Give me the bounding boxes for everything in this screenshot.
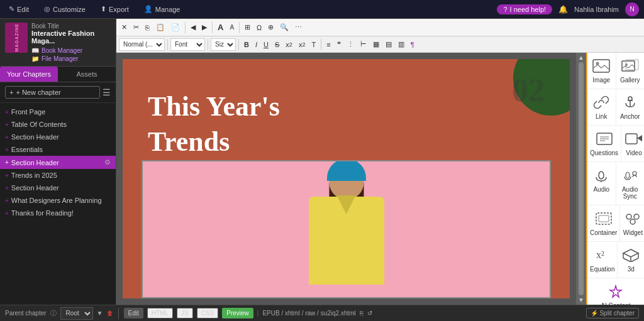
table-button[interactable]: ⊞ — [242, 22, 253, 33]
search-button[interactable]: 🔍 — [277, 22, 291, 33]
svg-text:x²: x² — [596, 249, 604, 260]
link-panel-item[interactable]: Link — [587, 89, 616, 126]
text-format-button[interactable]: T — [309, 40, 319, 50]
chapter-table-of-contents[interactable]: + Table Of Contents — [0, 118, 116, 131]
video-label: Video — [626, 150, 641, 156]
file-manager-button[interactable]: 📁 File Manager — [31, 55, 111, 62]
tab-assets[interactable]: Assets — [58, 67, 116, 82]
person-figure — [290, 165, 403, 297]
justify-button[interactable]: ▥ — [396, 39, 407, 50]
chapter-label: Section Header — [11, 133, 59, 141]
gallery-panel-item[interactable]: Gallery — [616, 53, 645, 89]
audio-panel-item[interactable]: Audio — [587, 162, 616, 205]
more-button[interactable]: ⋯ — [292, 22, 304, 33]
align-right-button[interactable]: ▤ — [383, 39, 394, 50]
block-quote-button[interactable]: ❝ — [335, 39, 343, 50]
indent-button[interactable]: ⊢ — [358, 39, 369, 50]
italic-button[interactable]: I — [253, 40, 260, 50]
audio-sync-panel-item[interactable]: Audio Sync — [616, 162, 645, 205]
canvas-scrollbar[interactable]: ▲ ▼ — [576, 53, 586, 305]
equation-panel-item[interactable]: x² Equation — [587, 242, 618, 278]
scroll-down-button[interactable]: ▼ — [578, 297, 584, 303]
chapter-section-header-active[interactable]: + Section Header ⚙ — [0, 156, 116, 169]
scroll-thumb[interactable] — [579, 62, 584, 295]
js-button[interactable]: JS — [177, 308, 193, 318]
container-label: Container — [590, 229, 617, 236]
preview-button[interactable]: Preview — [222, 308, 253, 318]
book-info-panel: MAGAZINE Book Title Interactive Fashion … — [0, 19, 116, 67]
ai-content-panel-item[interactable]: AI Content — [587, 278, 644, 305]
photo-container[interactable]: ↔ ⚙ ✎ ✕ — [142, 160, 551, 298]
export-button[interactable]: ⬆ Export — [97, 4, 133, 14]
chapter-section-header-1[interactable]: + Section Header — [0, 131, 116, 143]
user-avatar: N — [625, 3, 639, 16]
bell-icon[interactable]: 🔔 — [558, 5, 568, 14]
book-manager-button[interactable]: 📖 Book Manager — [31, 47, 111, 54]
undo-button[interactable]: ✕ — [119, 22, 130, 33]
scroll-up-button[interactable]: ▲ — [578, 54, 584, 61]
root-select[interactable]: Root — [60, 307, 93, 320]
list-ol-button[interactable]: ⋮ — [345, 39, 357, 50]
epub-refresh-icon[interactable]: ↺ — [367, 310, 372, 317]
link-label: Link — [596, 113, 607, 120]
font-select[interactable]: Font — [170, 38, 205, 51]
chapter-settings-icon[interactable]: ⚙ — [104, 158, 111, 166]
tab-your-chapters[interactable]: Your Chapters — [0, 67, 58, 82]
align-center-button[interactable]: ▦ — [370, 39, 382, 50]
superscript-button[interactable]: x2 — [296, 40, 308, 50]
epub-copy-icon[interactable]: ⎘ — [360, 310, 364, 317]
help-button[interactable]: ? I need help! — [497, 4, 552, 14]
special-char-button[interactable]: Ω — [254, 23, 264, 33]
css-button[interactable]: CSS — [197, 308, 219, 318]
html-button[interactable]: HTML — [147, 308, 173, 318]
copy-button[interactable]: ⎘ — [143, 23, 152, 33]
editor-area: ✕ ✂ ⎘ 📋 📄 ◀ ▶ A A ⊞ Ω ⊕ 🔍 ⋯ Normal (... — [116, 19, 644, 305]
bold-button[interactable]: B — [242, 40, 252, 50]
font-size-up[interactable]: A — [215, 21, 226, 33]
underline-button[interactable]: U — [261, 40, 271, 50]
panel-row-1: Image Gallery — [587, 53, 644, 89]
widget-panel-item[interactable]: Widget — [620, 205, 644, 242]
image-panel-item[interactable]: Image — [587, 53, 616, 89]
format-select[interactable]: Normal (... — [119, 38, 165, 51]
chapter-thanks[interactable]: + Thanks for Reading! — [0, 207, 116, 219]
edit-button[interactable]: ✎ Edit — [5, 4, 33, 14]
split-chapter-button[interactable]: ⚡ Split chapter — [586, 308, 639, 318]
red-delete-icon[interactable]: 🗑 — [107, 310, 113, 317]
subscript-button[interactable]: x2 — [283, 40, 295, 50]
chapter-front-page[interactable]: + Front Page — [0, 106, 116, 118]
edit-mode-button[interactable]: Edit — [124, 308, 143, 318]
toolbar-separator-3 — [239, 22, 240, 33]
book-title-value: Interactive Fashion Maga... — [31, 30, 111, 45]
rtl-button[interactable]: ¶ — [408, 40, 417, 50]
3d-panel-item[interactable]: 3d — [618, 242, 644, 278]
anchor-panel-item[interactable]: Anchor — [616, 89, 645, 126]
nav-forward[interactable]: ▶ — [199, 22, 209, 33]
container-panel-item[interactable]: Container — [587, 205, 620, 242]
paste-button[interactable]: 📋 — [153, 22, 167, 33]
bottom-bar: Parent chapter ⓘ Root ▼ 🗑 Edit HTML JS C… — [0, 305, 644, 321]
canvas-wrapper[interactable]: 02 This Year's Trends ↔ ⚙ ✎ ✕ — [116, 53, 586, 305]
insert-button[interactable]: ⊕ — [265, 22, 276, 33]
align-left-button[interactable]: ≡ — [324, 40, 333, 50]
paste-special-button[interactable]: 📄 — [169, 22, 182, 33]
chapter-trends-2025[interactable]: + Trends in 2025 — [0, 169, 116, 182]
link-icon — [591, 94, 611, 111]
size-select[interactable]: Size — [211, 38, 236, 51]
cut-button[interactable]: ✂ — [131, 22, 142, 33]
gallery-icon — [620, 58, 640, 74]
chapter-what-designers[interactable]: + What Designers Are Planning — [0, 194, 116, 207]
nav-back[interactable]: ◀ — [188, 22, 198, 33]
strikethrough-button[interactable]: S — [272, 40, 282, 50]
font-size-down[interactable]: A — [227, 23, 236, 32]
questions-panel-item[interactable]: Questions — [587, 126, 621, 162]
top-bar: ✎ Edit ◎ Customize ⬆ Export 👤 Manage ? I… — [0, 0, 644, 19]
video-panel-item[interactable]: Video — [621, 126, 644, 162]
chapters-menu-icon[interactable]: ☰ — [103, 87, 111, 97]
customize-button[interactable]: ◎ Customize — [40, 4, 89, 14]
3d-label: 3d — [628, 266, 635, 273]
chapter-section-header-2[interactable]: + Section Header — [0, 182, 116, 194]
chapter-essentials[interactable]: + Essentials — [0, 143, 116, 156]
manage-button[interactable]: 👤 Manage — [140, 4, 184, 14]
new-chapter-button[interactable]: + + New chapter — [5, 86, 100, 99]
